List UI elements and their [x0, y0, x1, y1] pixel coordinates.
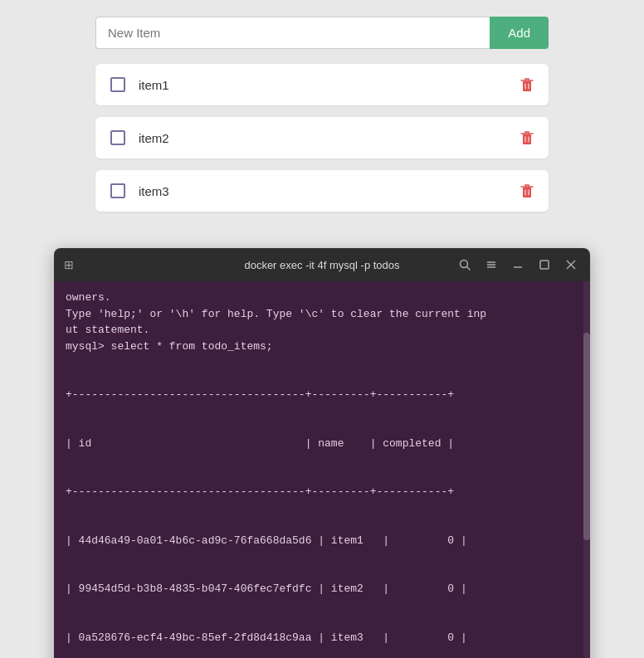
search-icon: [459, 259, 471, 271]
todo-item-1: item1: [95, 64, 549, 105]
delete-button-1[interactable]: [520, 77, 534, 92]
table-row-3: | 0a528676-ecf4-49bc-85ef-2fd8d418c9aa |…: [66, 630, 578, 646]
close-icon: [565, 259, 577, 271]
todo-label-3: item3: [139, 184, 169, 198]
todo-item-3: item3: [95, 170, 549, 212]
terminal-title: docker exec -it 4f mysql -p todos: [244, 259, 399, 271]
terminal-line-6: mysql> select * from todo_items;: [66, 339, 578, 355]
terminal-table: +------------------------------------+--…: [66, 354, 578, 658]
todo-checkbox-2[interactable]: [110, 130, 125, 145]
todo-checkbox-3[interactable]: [110, 183, 125, 198]
menu-icon: [485, 259, 497, 271]
terminal-line-4: ut statement.: [66, 322, 578, 339]
table-divider: +------------------------------------+--…: [66, 484, 578, 500]
search-button[interactable]: [456, 257, 474, 272]
delete-button-2[interactable]: [520, 130, 534, 145]
add-button[interactable]: Add: [490, 17, 549, 49]
terminal-line-3: Type 'help;' or '\h' for help. Type '\c'…: [66, 306, 578, 323]
maximize-button[interactable]: [535, 257, 554, 272]
table-row-1: | 44d46a49-0a01-4b6c-ad9c-76fa668da5d6 |…: [66, 533, 578, 549]
todo-item-2: item2: [95, 117, 549, 158]
table-header: | id | name | completed |: [66, 436, 578, 452]
input-row: Add: [95, 17, 549, 49]
maximize-icon: [539, 259, 550, 271]
table-row-2: | 99454d5d-b3b8-4835-b047-406fec7efdfc |…: [66, 581, 578, 597]
table-border-top: +------------------------------------+--…: [66, 387, 578, 403]
terminal-body[interactable]: owners. Type 'help;' or '\h' for help. T…: [54, 281, 590, 658]
minimize-icon: [512, 259, 524, 271]
todo-checkbox-1[interactable]: [110, 77, 125, 92]
terminal-window: ⊞ docker exec -it 4f mysql -p todos: [54, 248, 590, 658]
terminal-titlebar: ⊞ docker exec -it 4f mysql -p todos: [54, 248, 590, 281]
new-item-input[interactable]: [95, 17, 490, 49]
todo-label-2: item2: [139, 131, 169, 145]
menu-button[interactable]: [482, 257, 500, 272]
svg-rect-6: [540, 261, 549, 269]
svg-line-1: [467, 267, 471, 271]
trash-icon: [520, 77, 534, 92]
terminal-line-1: owners.: [66, 290, 578, 306]
todo-label-1: item1: [139, 78, 169, 92]
close-button[interactable]: [562, 257, 580, 272]
delete-button-3[interactable]: [520, 183, 534, 198]
terminal-icon: ⊞: [64, 258, 74, 271]
trash-icon: [520, 183, 534, 198]
trash-icon: [520, 130, 534, 145]
minimize-button[interactable]: [509, 257, 527, 272]
todo-area: Add item1 item2: [0, 0, 644, 240]
